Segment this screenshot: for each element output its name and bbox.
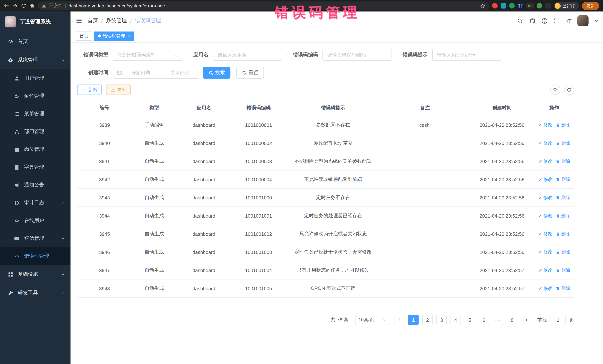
edit-button[interactable]: 修改 [538, 122, 552, 128]
page-button[interactable]: 6 [479, 315, 489, 325]
error-code-input[interactable] [323, 49, 392, 61]
edit-button[interactable]: 修改 [538, 140, 552, 146]
chevron-down-icon[interactable] [594, 19, 599, 23]
page-button[interactable]: 5 [464, 315, 475, 325]
extension-icon[interactable] [509, 3, 514, 9]
column-header: 类型 [132, 100, 177, 116]
page-button[interactable]: 1 [408, 315, 418, 325]
edit-button[interactable]: 修改 [538, 194, 552, 201]
sidebar-item-短信管理[interactable]: 短信管理 [0, 230, 70, 247]
extension-icon[interactable] [500, 3, 506, 9]
help-icon[interactable] [542, 18, 548, 24]
add-button[interactable]: 新增 [77, 85, 102, 95]
sidebar-item-label: 研发工具 [18, 289, 38, 296]
reset-button[interactable]: 重置 [236, 67, 264, 78]
extensions-pin-icon[interactable] [545, 3, 550, 9]
edit-button[interactable]: 修改 [538, 285, 552, 292]
sidebar-item-岗位管理[interactable]: 岗位管理 [0, 141, 70, 158]
page-button[interactable]: 2 [422, 315, 433, 325]
browser-update-button[interactable]: 更新 [582, 2, 599, 10]
sidebar-item-在线用户[interactable]: 在线用户 [0, 212, 70, 230]
page-button[interactable]: 4 [451, 315, 461, 325]
tag-首页[interactable]: 首页 [76, 31, 92, 41]
sidebar-item-首页[interactable]: 首页 [0, 32, 70, 51]
goto-page-input[interactable] [551, 315, 566, 325]
delete-button[interactable]: 删除 [556, 122, 570, 128]
pager-more-button[interactable]: ··· [493, 315, 503, 325]
sidebar-item-label: 短信管理 [24, 235, 44, 242]
delete-button[interactable]: 删除 [556, 213, 570, 219]
refresh-table-button[interactable] [564, 85, 574, 95]
github-icon[interactable] [529, 18, 536, 24]
font-size-icon[interactable]: TT [566, 18, 571, 23]
page-button[interactable]: 8 [507, 315, 517, 325]
sidebar-item-用户管理[interactable]: 用户管理 [0, 69, 70, 87]
profile-paused-badge[interactable]: 已暂停 [554, 2, 579, 10]
sidebar-item-菜单管理[interactable]: 菜单管理 [0, 105, 70, 123]
tag-label: 错误码管理 [103, 33, 125, 39]
delete-button[interactable]: 删除 [556, 194, 570, 201]
app-name-input[interactable] [213, 49, 282, 61]
sidebar-item-字典管理[interactable]: 字典管理 [0, 158, 70, 176]
browser-back-icon[interactable] [4, 3, 9, 9]
edit-button[interactable]: 修改 [538, 213, 552, 219]
cell-id: 3940 [77, 134, 132, 152]
extension-icon[interactable] [536, 3, 542, 9]
address-bar[interactable]: 不安全 | dashboard.yudao.iocoder.cn/system/… [38, 1, 489, 10]
sidebar-item-错误码管理[interactable]: 错误码管理 [0, 247, 70, 265]
page-size-select[interactable]: 10条/页 [355, 315, 390, 325]
export-button[interactable]: 导出 [106, 85, 131, 95]
extension-icon[interactable] [492, 3, 498, 9]
edit-icon [538, 286, 542, 290]
edit-button[interactable]: 修改 [538, 249, 552, 255]
tag-错误码管理[interactable]: 错误码管理× [94, 31, 134, 41]
next-page-button[interactable] [521, 315, 531, 325]
edit-icon [538, 214, 542, 218]
breadcrumb-item[interactable]: 系统管理 [106, 17, 127, 24]
table-row: 3943自动生成dashboard1001001000定时任务不存在2021-0… [77, 188, 574, 207]
sidebar-item-系统管理[interactable]: 系统管理 [0, 51, 70, 69]
delete-button[interactable]: 删除 [556, 176, 570, 183]
fullscreen-icon[interactable] [554, 18, 560, 24]
tags-bar: 首页错误码管理× [70, 30, 603, 42]
search-button[interactable]: 搜索 [203, 67, 231, 78]
error-message-input[interactable] [432, 49, 501, 61]
extension-badge[interactable]: on [526, 3, 533, 9]
browser-forward-icon[interactable] [12, 3, 18, 9]
sidebar-item-研发工具[interactable]: 研发工具 [0, 284, 70, 302]
sidebar-item-部门管理[interactable]: 部门管理 [0, 123, 70, 141]
hamburger-icon[interactable] [76, 17, 82, 24]
close-icon[interactable]: × [128, 34, 131, 38]
sidebar-item-角色管理[interactable]: 角色管理 [0, 87, 70, 105]
sidebar-item-基础设施[interactable]: 基础设施 [0, 265, 70, 284]
table-row: 3941自动生成dashboard1001000003不能删除类型为系统内置的参… [77, 152, 574, 170]
page-button[interactable]: 3 [436, 315, 447, 325]
bookmark-star-icon[interactable] [480, 3, 485, 8]
breadcrumb-item[interactable]: 首页 [88, 17, 98, 24]
tag-label: 首页 [79, 33, 88, 39]
delete-button[interactable]: 删除 [556, 267, 570, 273]
logo[interactable]: 芋道管理系统 [0, 11, 70, 32]
cell-type: 自动生成 [132, 243, 177, 261]
sidebar-item-审计日志[interactable]: 审计日志 [0, 194, 70, 212]
edit-button[interactable]: 修改 [538, 231, 552, 237]
browser-home-icon[interactable] [29, 3, 35, 9]
edit-button[interactable]: 修改 [538, 158, 552, 164]
error-type-select[interactable]: 请选择错误码类型 [113, 49, 182, 61]
delete-button[interactable]: 删除 [556, 140, 570, 146]
sidebar-item-label: 字典管理 [24, 164, 44, 170]
avatar[interactable] [577, 15, 589, 26]
delete-button[interactable]: 删除 [556, 285, 570, 292]
date-range-picker[interactable]: 开始日期 - 结束日期 [113, 67, 199, 78]
sidebar-item-通知公告[interactable]: 通知公告 [0, 176, 70, 194]
delete-button[interactable]: 删除 [556, 249, 570, 255]
edit-button[interactable]: 修改 [538, 176, 552, 183]
search-icon[interactable] [517, 18, 523, 24]
prev-page-button[interactable] [394, 315, 405, 325]
delete-button[interactable]: 删除 [556, 158, 570, 164]
browser-refresh-icon[interactable] [21, 3, 26, 9]
delete-button[interactable]: 删除 [556, 231, 570, 237]
edit-button[interactable]: 修改 [538, 267, 552, 273]
search-toggle-button[interactable] [550, 85, 560, 95]
extension-icon[interactable] [517, 3, 523, 9]
